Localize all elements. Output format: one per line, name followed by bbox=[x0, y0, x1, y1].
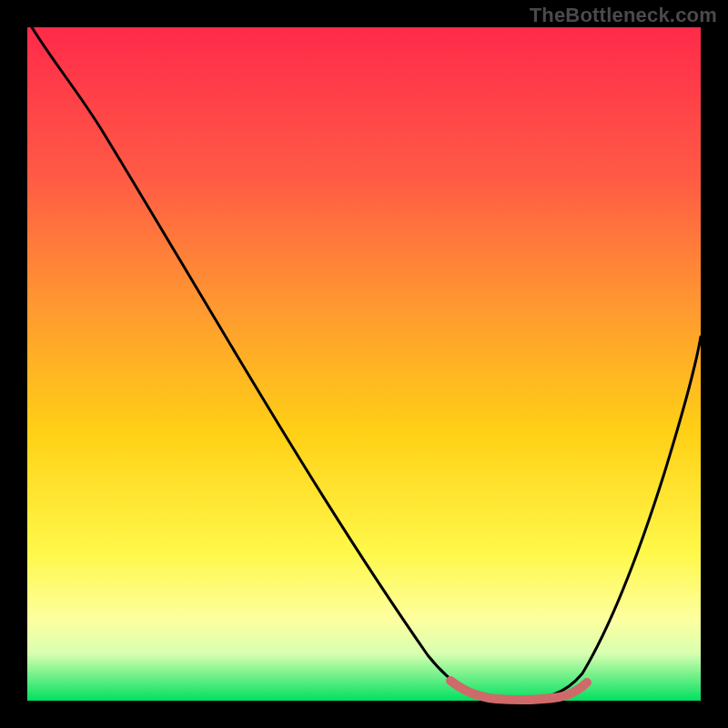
plot-area bbox=[27, 27, 701, 701]
watermark-text: TheBottleneck.com bbox=[530, 4, 717, 27]
chart-frame: TheBottleneck.com bbox=[0, 0, 728, 728]
chart-svg bbox=[0, 0, 728, 728]
